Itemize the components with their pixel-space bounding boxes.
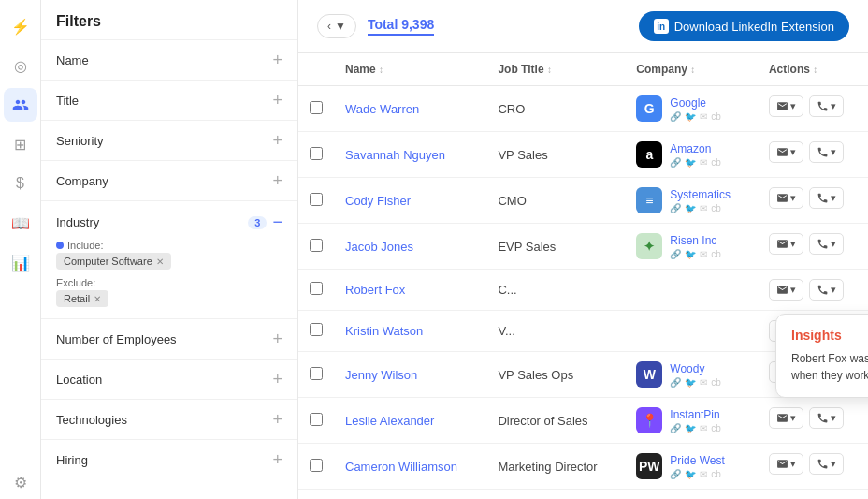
filter-company[interactable]: Company + — [41, 160, 297, 200]
dollar-icon[interactable]: $ — [4, 167, 37, 200]
cb-icon[interactable]: cb — [711, 377, 721, 388]
filter-name[interactable]: Name + — [41, 39, 297, 80]
chart-icon[interactable]: 📊 — [4, 245, 37, 279]
cb-icon[interactable]: cb — [711, 469, 721, 479]
phone-action-button[interactable]: ▾ — [809, 279, 844, 301]
row-checkbox[interactable] — [310, 193, 323, 206]
filter-toggle-button[interactable]: ‹ ▼ — [317, 14, 356, 38]
filter-technologies-plus[interactable]: + — [272, 411, 282, 428]
filter-title[interactable]: Title + — [41, 80, 297, 120]
company-name-link[interactable]: Amazon — [670, 142, 721, 155]
link-icon[interactable]: 🔗 — [670, 203, 681, 213]
filter-name-plus[interactable]: + — [272, 51, 282, 68]
dashboard-icon[interactable]: ◎ — [4, 49, 37, 82]
logo-icon[interactable]: ⚡ — [4, 9, 37, 43]
filter-hiring-plus[interactable]: + — [272, 451, 282, 468]
row-checkbox[interactable] — [310, 367, 323, 380]
person-name-link[interactable]: Leslie Alexander — [345, 414, 434, 428]
cb-icon[interactable]: cb — [711, 111, 721, 122]
company-sort-icon[interactable]: ↕ — [690, 65, 695, 75]
col-name[interactable]: Name ↕ — [334, 53, 486, 86]
email-action-button[interactable]: ▾ — [769, 233, 803, 255]
email-icon[interactable]: ✉ — [700, 423, 707, 433]
filter-industry-minus[interactable]: − — [272, 213, 282, 232]
col-job-title[interactable]: Job Title ↕ — [486, 53, 625, 86]
twitter-icon[interactable]: 🐦 — [685, 377, 696, 388]
email-icon[interactable]: ✉ — [700, 203, 707, 213]
gear-icon[interactable]: ⚙ — [4, 465, 37, 499]
book-icon[interactable]: 📖 — [4, 206, 37, 240]
twitter-icon[interactable]: 🐦 — [685, 111, 696, 122]
link-icon[interactable]: 🔗 — [670, 157, 681, 168]
link-icon[interactable]: 🔗 — [670, 423, 681, 433]
person-name-link[interactable]: Kristin Watson — [345, 324, 423, 338]
twitter-icon[interactable]: 🐦 — [685, 249, 696, 259]
tag-retail[interactable]: Retail ✕ — [56, 290, 108, 307]
filter-title-plus[interactable]: + — [272, 92, 282, 109]
col-actions[interactable]: Actions ↕ — [758, 53, 868, 86]
filter-employees-plus[interactable]: + — [272, 330, 282, 347]
phone-action-button[interactable]: ▾ — [809, 407, 844, 429]
twitter-icon[interactable]: 🐦 — [685, 203, 696, 213]
email-icon[interactable]: ✉ — [700, 469, 707, 479]
person-name-link[interactable]: Savannah Nguyen — [345, 148, 445, 162]
cb-icon[interactable]: cb — [711, 249, 721, 259]
actions-sort-icon[interactable]: ↕ — [813, 65, 817, 75]
table-icon[interactable]: ⊞ — [4, 127, 37, 161]
filter-seniority[interactable]: Seniority + — [41, 120, 297, 160]
company-name-link[interactable]: InstantPin — [670, 408, 721, 421]
phone-action-button[interactable]: ▾ — [809, 141, 844, 163]
cb-icon[interactable]: cb — [711, 203, 721, 213]
link-icon[interactable]: 🔗 — [670, 249, 681, 259]
email-action-button[interactable]: ▾ — [769, 141, 803, 163]
email-action-button[interactable]: ▾ — [769, 407, 803, 429]
row-checkbox[interactable] — [310, 323, 323, 336]
phone-action-button[interactable]: ▾ — [809, 187, 844, 209]
row-checkbox[interactable] — [310, 147, 323, 160]
filter-company-plus[interactable]: + — [272, 172, 282, 189]
phone-action-button[interactable]: ▾ — [809, 233, 844, 255]
link-icon[interactable]: 🔗 — [670, 377, 681, 388]
twitter-icon[interactable]: 🐦 — [685, 469, 696, 479]
tag-retail-remove[interactable]: ✕ — [94, 294, 101, 304]
filter-hiring[interactable]: Hiring + — [41, 439, 297, 479]
person-name-link[interactable]: Jacob Jones — [345, 240, 413, 254]
person-name-link[interactable]: Wade Warren — [345, 102, 419, 116]
person-name-link[interactable]: Jenny Wilson — [345, 368, 417, 382]
filter-technologies[interactable]: Technologies + — [41, 399, 297, 439]
row-checkbox[interactable] — [310, 101, 323, 114]
filter-employees[interactable]: Number of Employees + — [41, 318, 297, 359]
row-checkbox[interactable] — [310, 239, 323, 252]
tag-computer-software[interactable]: Computer Software ✕ — [56, 253, 171, 270]
link-icon[interactable]: 🔗 — [670, 111, 681, 122]
email-icon[interactable]: ✉ — [700, 377, 707, 388]
company-name-link[interactable]: Risen Inc — [670, 234, 721, 247]
cb-icon[interactable]: cb — [711, 423, 721, 433]
link-icon[interactable]: 🔗 — [670, 469, 681, 479]
company-name-link[interactable]: Google — [670, 96, 721, 110]
phone-action-button[interactable]: ▾ — [809, 95, 844, 117]
tag-computer-software-remove[interactable]: ✕ — [156, 257, 164, 267]
row-checkbox[interactable] — [310, 282, 323, 295]
row-checkbox[interactable] — [310, 413, 323, 426]
twitter-icon[interactable]: 🐦 — [685, 423, 696, 433]
company-name-link[interactable]: Woody — [670, 362, 721, 375]
email-icon[interactable]: ✉ — [700, 111, 707, 122]
cb-icon[interactable]: cb — [711, 157, 721, 168]
person-name-link[interactable]: Cody Fisher — [345, 194, 411, 208]
email-action-button[interactable]: ▾ — [769, 187, 803, 209]
download-linkedin-button[interactable]: in Download LinkedIn Extension — [639, 11, 849, 41]
email-action-button[interactable]: ▾ — [769, 453, 803, 475]
person-name-link[interactable]: Robert Fox — [345, 283, 405, 297]
email-icon[interactable]: ✉ — [700, 157, 707, 168]
filter-seniority-plus[interactable]: + — [272, 132, 282, 149]
company-name-link[interactable]: Pride West — [670, 454, 724, 467]
row-checkbox[interactable] — [310, 459, 323, 472]
company-name-link[interactable]: Systematics — [670, 188, 731, 201]
job-title-sort-icon[interactable]: ↕ — [547, 65, 552, 75]
twitter-icon[interactable]: 🐦 — [685, 157, 696, 168]
email-action-button[interactable]: ▾ — [769, 279, 803, 301]
filter-industry-header[interactable]: Industry 3 − — [56, 213, 282, 232]
phone-action-button[interactable]: ▾ — [809, 453, 844, 475]
email-action-button[interactable]: ▾ — [769, 95, 803, 117]
